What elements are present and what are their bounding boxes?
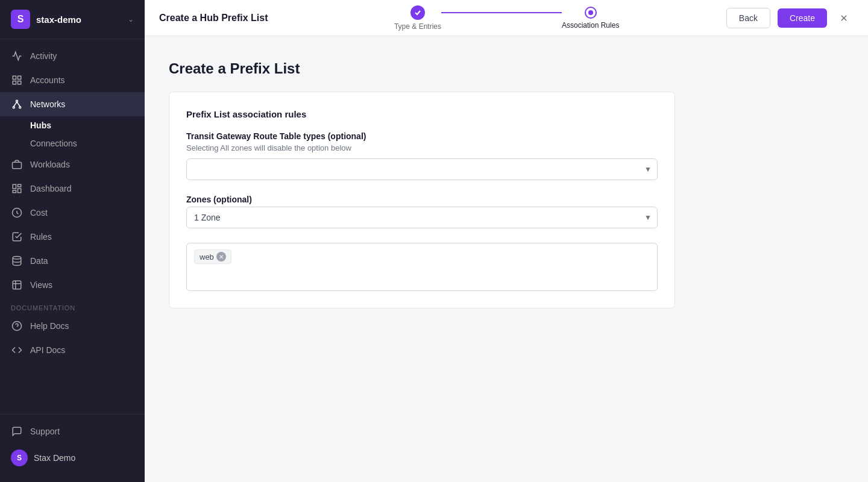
page-header: Create a Hub Prefix List Type & Entries …	[145, 0, 868, 36]
sidebar-item-activity-label: Activity	[30, 51, 57, 61]
workloads-icon	[11, 158, 23, 171]
header-title: Create a Hub Prefix List	[159, 13, 268, 23]
networks-sub-nav: Hubs Connections	[0, 116, 145, 152]
svg-line-7	[14, 102, 17, 107]
tag-web-remove-button[interactable]: ✕	[216, 252, 226, 261]
support-icon	[11, 425, 23, 437]
sidebar-item-views[interactable]: Views	[0, 273, 145, 297]
step-type-entries: Type & Entries	[394, 5, 441, 31]
sidebar-item-networks-label: Networks	[30, 99, 65, 109]
sidebar-item-connections[interactable]: Connections	[30, 134, 145, 152]
sidebar-item-workloads[interactable]: Workloads	[0, 152, 145, 177]
svg-rect-3	[18, 81, 21, 84]
zones-tags-box[interactable]: web ✕	[186, 243, 658, 291]
sidebar-item-rules-label: Rules	[30, 232, 52, 242]
cost-icon	[11, 207, 23, 219]
sidebar-bottom: Support S Stax Demo	[0, 414, 145, 482]
close-button[interactable]	[834, 8, 854, 28]
sidebar-item-accounts[interactable]: Accounts	[0, 68, 145, 92]
svg-point-6	[19, 107, 21, 108]
step-association-rules: Association Rules	[562, 7, 619, 30]
svg-rect-10	[13, 184, 16, 189]
card-section-title: Prefix List association rules	[186, 109, 658, 119]
sidebar-item-rules[interactable]: Rules	[0, 225, 145, 249]
sidebar-item-cost-label: Cost	[30, 208, 48, 218]
create-button[interactable]: Create	[778, 8, 827, 28]
org-name: stax-demo	[36, 14, 81, 25]
views-icon	[11, 279, 23, 291]
networks-icon	[11, 98, 23, 110]
sidebar-item-api-docs-label: API Docs	[30, 345, 65, 355]
sidebar-item-help-docs-label: Help Docs	[30, 321, 69, 331]
main-content: Create a Hub Prefix List Type & Entries …	[145, 0, 868, 482]
sidebar-item-networks[interactable]: Networks	[0, 92, 145, 116]
svg-rect-13	[13, 190, 16, 193]
svg-line-8	[17, 102, 20, 107]
step-connector	[441, 12, 562, 13]
svg-point-15	[13, 257, 21, 260]
page-title: Create a Prefix List	[169, 60, 844, 77]
header-actions: Back Create	[726, 8, 854, 28]
sidebar: S stax-demo ⌄ Activity Accounts Networks	[0, 0, 145, 482]
step-2-circle	[585, 7, 597, 19]
sidebar-nav: Activity Accounts Networks Hubs Connecti…	[0, 39, 145, 414]
sidebar-item-dashboard-label: Dashboard	[30, 184, 72, 193]
sidebar-item-dashboard[interactable]: Dashboard	[0, 177, 145, 201]
tgw-field-label: Transit Gateway Route Table types (optio…	[186, 131, 658, 141]
page-content: Create a Prefix List Prefix List associa…	[145, 36, 868, 482]
tgw-field-group: Transit Gateway Route Table types (optio…	[186, 131, 658, 180]
user-avatar: S	[11, 449, 28, 466]
zones-select[interactable]: 1 Zone 2 Zones All Zones	[186, 207, 658, 228]
sidebar-logo[interactable]: S stax-demo ⌄	[0, 0, 145, 39]
svg-rect-11	[18, 184, 21, 187]
accounts-icon	[11, 74, 23, 86]
sidebar-item-views-label: Views	[30, 280, 52, 290]
svg-rect-1	[18, 76, 21, 79]
dashboard-icon	[11, 183, 23, 195]
svg-rect-2	[13, 81, 16, 84]
api-icon	[11, 344, 23, 356]
sidebar-item-api-docs[interactable]: API Docs	[0, 338, 145, 362]
svg-rect-12	[18, 189, 21, 193]
activity-icon	[11, 50, 23, 62]
doc-section-label: DOCUMENTATION	[0, 297, 145, 314]
sidebar-item-help-docs[interactable]: Help Docs	[0, 314, 145, 338]
user-name: Stax Demo	[34, 453, 75, 463]
svg-rect-16	[13, 281, 21, 289]
prefix-list-card: Prefix List association rules Transit Ga…	[169, 92, 675, 308]
zones-field-label: Zones (optional)	[186, 195, 658, 204]
sidebar-item-activity[interactable]: Activity	[0, 44, 145, 68]
step-1-label: Type & Entries	[394, 22, 441, 31]
step-1-circle	[410, 5, 425, 20]
tgw-select[interactable]	[186, 158, 658, 180]
svg-rect-9	[13, 162, 22, 169]
zones-select-wrapper: 1 Zone 2 Zones All Zones ▼	[186, 207, 658, 228]
user-profile[interactable]: S Stax Demo	[0, 443, 145, 472]
rules-icon	[11, 231, 23, 243]
step-2-label: Association Rules	[562, 21, 619, 30]
sidebar-item-hubs[interactable]: Hubs	[30, 116, 145, 134]
sidebar-item-data[interactable]: Data	[0, 249, 145, 273]
sidebar-item-cost[interactable]: Cost	[0, 201, 145, 225]
sidebar-item-data-label: Data	[30, 256, 48, 266]
zones-field-group: Zones (optional) 1 Zone 2 Zones All Zone…	[186, 195, 658, 228]
back-button[interactable]: Back	[726, 8, 770, 28]
data-icon	[11, 255, 23, 267]
sidebar-item-workloads-label: Workloads	[30, 160, 70, 169]
support-label: Support	[30, 427, 60, 436]
svg-point-4	[16, 100, 18, 102]
org-chevron-icon: ⌄	[128, 15, 134, 23]
tag-web-label: web	[200, 252, 214, 261]
tgw-field-sublabel: Selecting All zones will disable the opt…	[186, 143, 658, 152]
app-logo-icon: S	[11, 10, 30, 29]
sidebar-item-accounts-label: Accounts	[30, 75, 65, 85]
svg-point-5	[13, 107, 14, 108]
tag-web: web ✕	[194, 249, 231, 264]
sidebar-item-support[interactable]: Support	[0, 419, 145, 443]
wizard-stepper: Type & Entries Association Rules	[302, 5, 712, 31]
svg-rect-0	[13, 76, 16, 79]
help-icon	[11, 320, 23, 332]
tgw-select-wrapper: ▼	[186, 158, 658, 180]
